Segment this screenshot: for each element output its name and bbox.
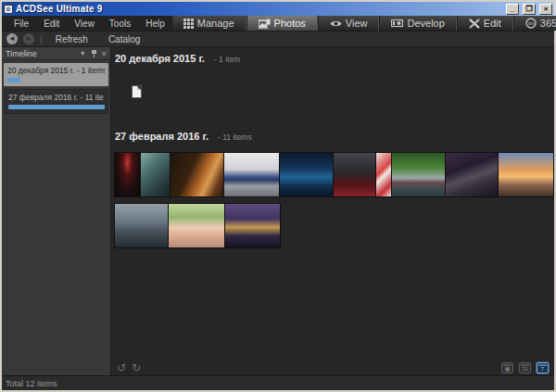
timeline-panel-header: Timeline ▼ × xyxy=(2,47,110,60)
eye-icon xyxy=(330,19,342,28)
mode-edit-label: Edit xyxy=(484,18,501,29)
mode-bar: Manage Photos View Develop xyxy=(171,16,556,31)
manage-grid-icon xyxy=(183,19,194,29)
timeline-item-dec-2015[interactable]: 20 декабря 2015 г. - 1 items xyxy=(4,63,108,86)
window-title: ACDSee Ultimate 9 xyxy=(16,4,503,14)
mode-photos-button[interactable]: Photos xyxy=(246,16,318,31)
mode-manage-button[interactable]: Manage xyxy=(171,16,246,31)
thumbnail-neon-club-cars[interactable] xyxy=(280,153,333,196)
rotate-cw-icon[interactable]: ↻ xyxy=(132,362,141,373)
titlebar: o ACDSee Ultimate 9 _ ❐ × xyxy=(2,2,554,16)
mode-develop-label: Develop xyxy=(407,18,444,29)
thumbnail-row xyxy=(115,204,554,247)
menu-file[interactable]: File xyxy=(7,19,35,29)
app-window: o ACDSee Ultimate 9 _ ❐ × File Edit View… xyxy=(0,0,556,392)
thumbnail-night-plaza-fountain[interactable] xyxy=(225,204,280,247)
thumbnail-blue-sportscar[interactable] xyxy=(224,153,279,196)
timeline-item-label: 20 декабря 2015 г. - 1 items xyxy=(7,66,105,75)
thumbnail-rainy-street-car[interactable] xyxy=(115,204,168,247)
thumbnail-beach-sunset[interactable] xyxy=(499,153,553,196)
menu-tools[interactable]: Tools xyxy=(103,19,137,29)
menu-bar: File Edit View Tools Help Manage Photos xyxy=(2,16,554,32)
minimize-button[interactable]: _ xyxy=(506,4,519,15)
thumbnail-teal-interior[interactable] xyxy=(141,153,170,196)
rotate-ccw-icon[interactable]: ↺ xyxy=(117,362,126,373)
svg-text:365: 365 xyxy=(527,21,535,26)
maximize-button[interactable]: ❐ xyxy=(523,4,536,15)
mode-manage-label: Manage xyxy=(197,18,234,29)
photos-content: 20 декабря 2015 г. - 1 item 27 февраля 2… xyxy=(111,47,554,375)
mode-view-button[interactable]: View xyxy=(318,16,380,31)
timeline-panel-title: Timeline xyxy=(6,49,80,58)
calendar-year-view-icon[interactable]: ▦ xyxy=(501,362,513,373)
group-count: - 11 items xyxy=(218,133,252,142)
thumbnail-wine-glasses-roses[interactable] xyxy=(334,153,375,196)
mode-view-label: View xyxy=(346,18,368,29)
toolbar-separator: | xyxy=(40,33,43,44)
thumbnail-city-car-night[interactable] xyxy=(446,153,498,196)
content-footer: ↺ ↻ ▦ 31 7 xyxy=(111,360,554,375)
edit-tools-icon xyxy=(469,19,480,29)
refresh-button[interactable]: Refresh xyxy=(48,34,95,44)
thumbnail-race-car-trees[interactable] xyxy=(392,153,445,196)
timeline-item-label: 27 февраля 2016 г. - 11 items xyxy=(8,93,104,102)
date-group-header: 20 декабря 2015 г. - 1 item xyxy=(115,53,554,64)
catalog-button[interactable]: Catalog xyxy=(101,34,147,44)
timeline-item-feb-2016[interactable]: 27 февраля 2016 г. - 11 items xyxy=(4,89,108,114)
mode-365-button[interactable]: 365 365 xyxy=(513,16,556,31)
menu-help[interactable]: Help xyxy=(139,19,171,29)
timeline-item-bar xyxy=(8,105,105,109)
group-count: - 1 item xyxy=(214,55,240,64)
timeline-item-bar xyxy=(7,78,20,82)
toolbar: ◄ ► | Refresh Catalog xyxy=(2,32,554,47)
total-items-label: Total 12 items xyxy=(6,379,57,388)
calendar-month-view-icon[interactable]: 31 xyxy=(519,362,531,373)
group-title: 20 декабря 2015 г. xyxy=(115,53,205,64)
back-button[interactable]: ◄ xyxy=(6,33,18,44)
mode-edit-button[interactable]: Edit xyxy=(457,16,513,31)
document-file-icon[interactable] xyxy=(132,85,142,98)
thumbnail-three-women-summer[interactable] xyxy=(169,204,224,247)
app-icon: o xyxy=(4,5,13,14)
photos-scroll-area: 20 декабря 2015 г. - 1 item 27 февраля 2… xyxy=(111,47,554,360)
date-group-header: 27 февраля 2016 г. - 11 items xyxy=(115,131,554,142)
chevron-down-icon[interactable]: ▼ xyxy=(80,50,86,57)
develop-icon xyxy=(391,19,403,28)
group-title: 27 февраля 2016 г. xyxy=(115,131,208,142)
menu-edit[interactable]: Edit xyxy=(37,19,66,29)
menu-view[interactable]: View xyxy=(68,19,101,29)
mode-365-label: 365 xyxy=(540,18,556,29)
forward-button[interactable]: ► xyxy=(23,33,34,44)
thumbnail-red-ribbon-gift[interactable] xyxy=(376,153,391,196)
365-circle-icon: 365 xyxy=(525,18,537,29)
mode-photos-label: Photos xyxy=(274,18,306,29)
thumbnail-row xyxy=(115,153,554,196)
close-panel-icon[interactable]: × xyxy=(102,49,107,58)
thumbnail-concert-red-sign[interactable] xyxy=(115,153,140,196)
thumbnail-camera-person[interactable] xyxy=(171,153,223,196)
photos-icon xyxy=(259,19,271,29)
timeline-sidebar: Timeline ▼ × 20 декабря 2015 г. - 1 item… xyxy=(2,47,111,375)
close-button[interactable]: × xyxy=(539,4,552,15)
mode-develop-button[interactable]: Develop xyxy=(379,16,456,31)
calendar-day-view-icon[interactable]: 7 xyxy=(537,362,549,373)
pin-icon[interactable] xyxy=(91,50,97,57)
status-bar: Total 12 items xyxy=(2,375,554,390)
